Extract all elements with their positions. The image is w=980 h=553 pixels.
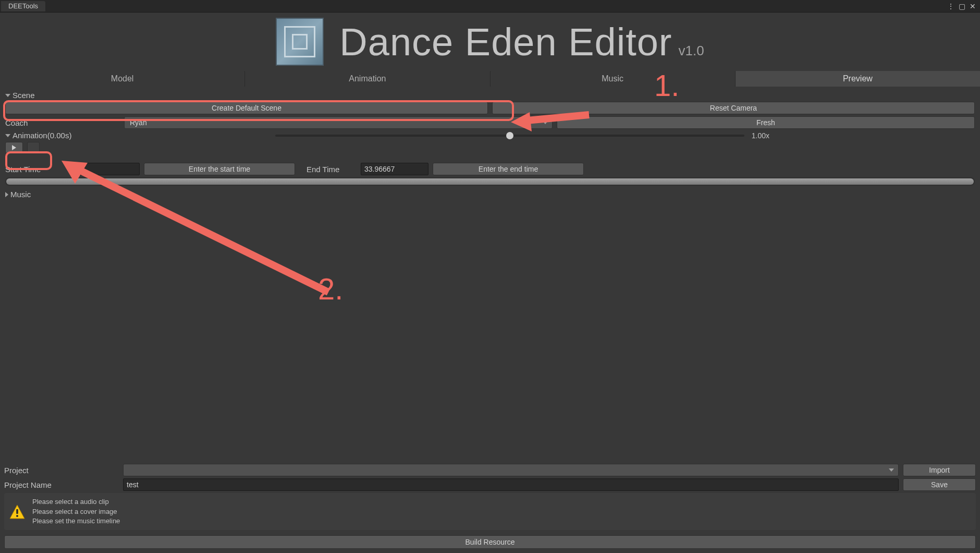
project-area: Project Import Project Name test Save Pl… xyxy=(0,459,980,553)
coach-label: Coach xyxy=(5,118,120,127)
music-foldout[interactable]: Music xyxy=(5,190,975,199)
app-version: v1.0 xyxy=(679,43,704,59)
svg-point-1 xyxy=(16,515,18,517)
coach-value: Ryan xyxy=(130,118,147,127)
maximize-icon[interactable]: ▢ xyxy=(959,2,965,10)
enter-start-time-button[interactable]: Enter the start time xyxy=(144,163,295,175)
import-button[interactable]: Import xyxy=(903,464,976,476)
warning-icon xyxy=(9,504,25,519)
tab-music[interactable]: Music xyxy=(491,71,736,87)
menu-icon[interactable]: ⋮ xyxy=(947,2,954,10)
project-name-input[interactable]: test xyxy=(123,478,899,491)
speed-value: 1.00x xyxy=(752,131,769,140)
window-tab[interactable]: DEETools xyxy=(1,1,45,11)
save-button[interactable]: Save xyxy=(903,478,976,491)
speed-slider[interactable]: 1.00x xyxy=(275,131,975,140)
tab-animation[interactable]: Animation xyxy=(245,71,490,87)
svg-rect-0 xyxy=(16,509,18,514)
animation-label: Animation(0.00s) xyxy=(13,131,71,140)
chevron-down-icon xyxy=(5,134,10,137)
project-label: Project xyxy=(4,466,119,475)
fresh-button[interactable]: Fresh xyxy=(557,116,975,129)
warning-box: Please select a audio clip Please select… xyxy=(4,493,976,530)
warning-line: Please set the music timeline xyxy=(32,516,120,526)
scene-foldout[interactable]: Scene xyxy=(5,91,975,100)
start-time-input[interactable] xyxy=(72,163,140,175)
coach-dropdown[interactable]: Ryan xyxy=(124,116,553,129)
project-dropdown[interactable] xyxy=(123,464,899,476)
build-resource-button[interactable]: Build Resource xyxy=(4,535,976,549)
app-title: Dance Eden Editor xyxy=(339,20,672,64)
music-label: Music xyxy=(10,190,31,199)
header: Dance Eden Editor v1.0 xyxy=(0,13,980,71)
scene-label: Scene xyxy=(13,91,35,100)
start-time-label: Start Time xyxy=(5,165,68,174)
warning-line: Please select a audio clip xyxy=(32,497,120,507)
warning-line: Please select a cover image xyxy=(32,507,120,516)
end-time-label: End Time xyxy=(299,165,357,174)
title-bar: DEETools ⋮ ▢ ✕ xyxy=(0,0,980,13)
create-default-scene-button[interactable]: Create Default Scene xyxy=(5,102,488,114)
chevron-right-icon xyxy=(5,192,8,197)
end-time-input[interactable]: 33.96667 xyxy=(361,163,428,175)
nav-tabs: Model Animation Music Preview xyxy=(0,71,980,87)
warning-text: Please select a audio clip Please select… xyxy=(32,497,120,526)
play-icon xyxy=(12,145,16,150)
animation-foldout[interactable]: Animation(0.00s) xyxy=(5,131,271,140)
project-name-label: Project Name xyxy=(4,480,119,489)
play-button[interactable] xyxy=(5,142,23,153)
reset-camera-button[interactable]: Reset Camera xyxy=(492,102,975,114)
app-logo xyxy=(276,18,324,66)
tab-model[interactable]: Model xyxy=(0,71,245,87)
chevron-down-icon xyxy=(5,94,10,97)
chevron-down-icon xyxy=(889,468,894,472)
close-icon[interactable]: ✕ xyxy=(970,2,976,10)
tab-preview[interactable]: Preview xyxy=(736,71,980,87)
window-controls: ⋮ ▢ ✕ xyxy=(947,2,980,10)
timeline-scrollbar[interactable] xyxy=(5,177,975,186)
chevron-down-icon xyxy=(543,121,548,124)
stop-button[interactable] xyxy=(27,142,40,153)
enter-end-time-button[interactable]: Enter the end time xyxy=(433,163,584,175)
